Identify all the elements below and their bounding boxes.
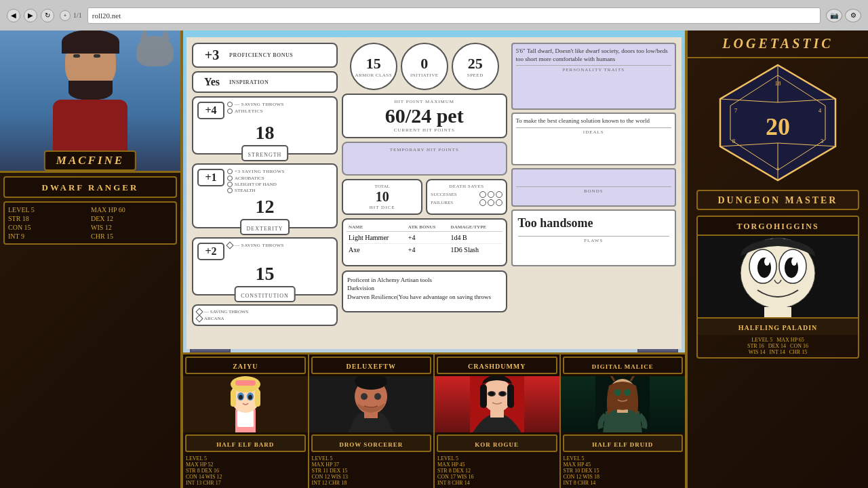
crashdummy-stats: LEVEL 5 MAX HP 45 STR 8 DEX 12 CON 17 WI… <box>435 454 559 488</box>
stat-chr: CHR 15 <box>91 232 172 240</box>
proficiency-label: PROFICIENCY BONUS <box>229 52 293 58</box>
person-figure <box>39 35 141 150</box>
dm-class: HALFLING PALADIN <box>738 324 818 331</box>
crash-hair-right <box>507 384 514 408</box>
deluxeftw-level: LEVEL 5 <box>312 455 333 462</box>
str-block: +4 — SAVING THROWS ATHLETICS <box>192 96 338 155</box>
d20-small6: a <box>776 165 779 171</box>
bottom-players-strip: ZAIYU <box>183 352 685 488</box>
zaiyu-stats: LEVEL 5 MAX HP 52 STR 8 DEX 16 CON 14 WI… <box>183 454 308 488</box>
char-class-badge: DWARF RANGER <box>3 176 177 198</box>
weapons-header: NAME ATK BONUS DAMAGE/TYPE <box>347 223 502 232</box>
death-saves-title: DEATH SAVES <box>431 184 502 189</box>
druid-eye-l <box>614 389 621 396</box>
con-name: CONSTITUTION <box>241 293 289 299</box>
forward-button[interactable]: ▶ <box>24 9 37 22</box>
speed-circle: 25 SPEED <box>452 43 499 90</box>
successes-label: SUCCESSES <box>431 192 457 197</box>
streamer-name: MACFINE <box>56 154 124 167</box>
digitalmalice-class-bar: HALF ELF DRUID <box>563 434 684 452</box>
settings-btn[interactable]: ⚙ <box>845 9 861 22</box>
zaiyu-name: ZAIYU <box>233 363 258 370</box>
dm-p-maxhp: MAX HP 45 <box>564 462 591 468</box>
init-circle: 0 INITIATIVE <box>401 43 448 90</box>
con-name-badge: CONSTITUTION <box>234 286 296 302</box>
success-dot-2 <box>488 191 494 198</box>
refresh-button[interactable]: ↻ <box>41 9 54 22</box>
dex-acro-row: ACROBATICS <box>227 176 332 181</box>
deluxeftw-avatar <box>309 376 434 432</box>
dm-label-text: DUNGEON MASTER <box>718 195 838 205</box>
char-sheet-grid: +3 PROFICIENCY BONUS Yes INSPIRATION +4 <box>192 43 676 344</box>
zaiyu-str: STR 8 <box>186 468 200 474</box>
dex-acro-label: ACROBATICS <box>235 176 264 181</box>
screenshot-btn[interactable]: 📷 <box>826 9 842 22</box>
table-row: Light Hammer +4 1d4 B <box>347 232 502 244</box>
url-bar[interactable]: roll20.net <box>87 7 821 24</box>
d20-small4: 3 <box>821 138 824 144</box>
deluxeftw-stats: LEVEL 5 MAX HP 37 STR 11 DEX 15 CON 12 W… <box>309 454 434 488</box>
zaiyu-maxhp: MAX HP 52 <box>186 462 214 468</box>
arcana-row: ARCANA <box>197 316 333 321</box>
con-save-dot <box>226 241 233 249</box>
char-stats-grid: LEVEL 5 MAX HP 60 STR 18 DEX 12 CON 15 W… <box>3 201 177 245</box>
weapons-table: NAME ATK BONUS DAMAGE/TYPE Light Hammer … <box>347 223 502 256</box>
dex-stealth-row: STEALTH <box>227 188 332 193</box>
str-modifier-box: +4 <box>197 102 224 119</box>
monster-glare-right <box>791 258 797 266</box>
dm-card: TORGOHIGGINS <box>696 216 859 359</box>
weapon1-name: Light Hammer <box>347 232 406 244</box>
right-panel: LOGETASTIC 20 18 4 7 3 8 a <box>685 30 868 488</box>
str-save-dot <box>227 102 233 107</box>
hit-dice-label: HIT DICE <box>347 205 418 210</box>
dm-p-str: STR 10 <box>564 468 580 474</box>
weapon1-atk: +4 <box>406 232 449 244</box>
crash-maxhp: MAX HP 45 <box>437 462 465 468</box>
dm-int: INT 14 <box>770 349 785 355</box>
dm-stats: LEVEL 5 MAX HP 65 STR 16 DEX 14 CON 16 W… <box>698 335 857 357</box>
ac-init-speed-row: 15 ARMOR CLASS 0 INITIATIVE 25 SPEED <box>342 43 507 90</box>
d20-small2: 4 <box>818 107 822 114</box>
deluxeftw-svg <box>344 376 398 432</box>
weapons-box: NAME ATK BONUS DAMAGE/TYPE Light Hammer … <box>342 218 507 266</box>
dm-art-svg <box>703 236 852 317</box>
speed-label: SPEED <box>467 73 484 78</box>
tab-control[interactable]: + <box>60 10 71 21</box>
dm-dex: DEX 14 <box>768 343 786 349</box>
wis-save-label: — SAVING THROWS <box>204 309 248 314</box>
crash-level: LEVEL 5 <box>437 455 458 462</box>
dex-score-area: 12 <box>197 196 332 218</box>
back-button[interactable]: ◀ <box>7 9 20 22</box>
crashdummy-svg <box>470 376 524 432</box>
ideals-label: IDEALS <box>516 127 672 135</box>
weapon-name-header: NAME <box>347 223 406 232</box>
con-inner: +2 — SAVING THROWS <box>197 243 332 260</box>
weapons-header-row: NAME ATK BONUS DAMAGE/TYPE <box>347 223 502 232</box>
crash-pupil-l <box>489 392 494 396</box>
dm-level: LEVEL 5 <box>751 337 772 343</box>
proficiency-value: +3 <box>200 47 224 63</box>
hit-dice-total-label: Total <box>347 184 418 189</box>
crashdummy-name-bar: CRASHDUMMY <box>437 357 557 374</box>
deluxeftw-chr: CHR 18 <box>329 480 347 486</box>
weapon1-dmg: 1d4 B <box>449 232 502 244</box>
inspiration-value: Yes <box>200 76 224 88</box>
fail-dot-1 <box>479 199 486 206</box>
str-athletics-row: ATHLETICS <box>227 108 332 114</box>
hit-dice-value: 10 <box>347 189 418 205</box>
char-class-label: DWARF RANGER <box>42 182 139 192</box>
hp-current: 60/24 pet <box>347 104 502 127</box>
stat-level: LEVEL 5 <box>8 206 90 214</box>
browser-controls[interactable]: ◀ ▶ ↻ <box>7 9 54 22</box>
str-name-badge: STRENGTH <box>241 145 289 161</box>
dex-name: DEXTERITY <box>247 226 283 232</box>
bonds-label: BONDS <box>516 186 672 194</box>
dex-stealth-label: STEALTH <box>235 188 255 193</box>
deluxeftw-eye-r <box>374 393 381 400</box>
personality-traits-label: PERSONALITY TRAITS <box>516 65 672 73</box>
dex-save-dot <box>227 169 233 174</box>
streamer-name-badge: MACFINE <box>44 150 136 171</box>
dm-wis: WIS 14 <box>749 349 766 355</box>
str-score-area: 18 <box>197 122 332 144</box>
hp-box: HIT POINT MAXIMUM 60/24 pet CURRENT HIT … <box>342 94 507 138</box>
